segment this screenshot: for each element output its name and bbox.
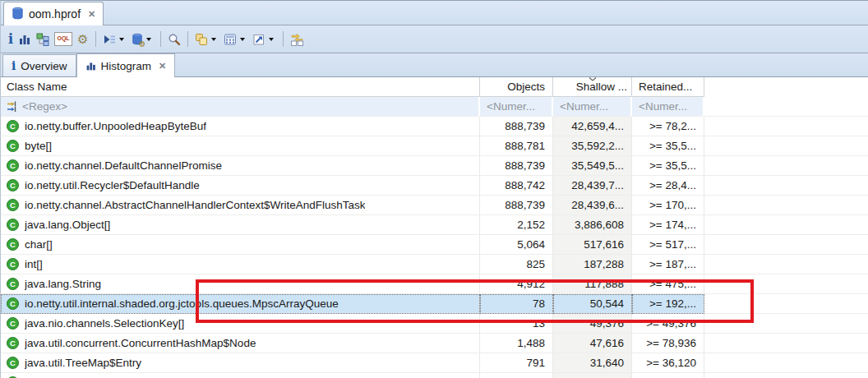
shallow-heap-value: 42,659,4... — [553, 117, 632, 136]
class-name: io.netty.channel.DefaultChannelPromise — [25, 156, 222, 175]
info-icon: i — [8, 33, 13, 46]
retained-heap-value: >= 174,... — [632, 215, 704, 235]
search-icon — [168, 33, 181, 46]
chevron-down-icon[interactable] — [119, 38, 124, 41]
objects-value: 888,742 — [480, 176, 553, 196]
sort-descending-icon — [589, 77, 597, 81]
settings-button[interactable]: ⚙ — [75, 30, 90, 49]
shallow-heap-value — [553, 373, 632, 378]
table-row[interactable]: C java.nio.channels.SelectionKey[] 13 49… — [1, 314, 868, 334]
table-row-partial[interactable]: C java.lang... — [1, 373, 868, 378]
class-name: java.util.TreeMap$Entry — [25, 353, 141, 372]
class-name: java.lang.Object[] — [25, 215, 110, 234]
table-row[interactable]: C java.util.concurrent.ConcurrentHashMap… — [1, 334, 868, 353]
close-icon[interactable]: ✕ — [159, 61, 166, 71]
column-header-shallow[interactable]: Shallow ... — [553, 77, 632, 97]
group-by-button[interactable] — [192, 30, 221, 49]
chevron-down-icon[interactable] — [269, 38, 274, 41]
class-name: java.util.concurrent.ConcurrentHashMap$N… — [25, 334, 256, 353]
table-row[interactable]: C char[] 5,064 517,616 >= 517,... — [1, 235, 868, 255]
objects-value: 888,781 — [480, 136, 553, 156]
class-icon: C — [7, 140, 19, 152]
shallow-heap-value: 31,640 — [553, 353, 632, 373]
tab-overview[interactable]: i Overview — [2, 54, 76, 76]
class-name: byte[] — [25, 136, 52, 155]
class-icon: C — [7, 120, 19, 132]
class-name: java.lang... — [25, 373, 78, 378]
retained-heap-value: >= 78,936 — [632, 334, 704, 353]
toolbar-separator — [187, 31, 188, 47]
query-browser-button[interactable]: ⚙ — [129, 30, 156, 49]
table-row[interactable]: C io.netty.channel.DefaultChannelPromise… — [1, 156, 868, 176]
export-icon — [252, 33, 265, 46]
tab-histogram-label: Histogram — [101, 60, 152, 72]
table-body: C io.netty.buffer.UnpooledHeapByteBuf 88… — [1, 117, 868, 378]
class-icon: C — [7, 238, 19, 251]
shallow-heap-value: 28,439,6... — [553, 196, 632, 215]
search-button[interactable] — [165, 30, 183, 49]
retained-heap-value: >= 78,2... — [632, 117, 704, 136]
regex-filter-input[interactable]: <Regex> — [1, 97, 480, 117]
header-empty-area — [704, 77, 868, 97]
retained-heap-value: >= 517,... — [632, 235, 704, 255]
objects-value — [480, 373, 553, 378]
oql-button[interactable]: OQL — [52, 30, 75, 49]
shallow-filter-input[interactable]: <Numer... — [553, 97, 632, 117]
class-icon: C — [7, 337, 19, 349]
histogram-button[interactable] — [16, 30, 34, 49]
table-row[interactable]: C io.netty.channel.AbstractChannelHandle… — [1, 196, 868, 215]
editor-tab-heapdump[interactable]: oom.hprof ✕ — [3, 2, 104, 25]
table-row[interactable]: C int[] 825 187,288 >= 187,... — [1, 255, 868, 274]
shallow-heap-value: 35,549,5... — [553, 156, 632, 176]
class-name: io.netty.channel.AbstractChannelHandlerC… — [25, 196, 365, 214]
toolbar-separator — [95, 31, 96, 47]
filter-icon — [7, 101, 18, 113]
histogram-table: Class Name Objects Shallow ... Retained.… — [1, 77, 868, 378]
chevron-down-icon[interactable] — [211, 38, 216, 41]
objects-value: 2,152 — [480, 215, 553, 235]
shallow-heap-value: 517,616 — [553, 235, 632, 255]
column-header-class-name[interactable]: Class Name — [1, 77, 480, 97]
table-row[interactable]: C io.netty.util.Recycler$DefaultHandle 8… — [1, 176, 868, 196]
table-row[interactable]: C java.lang.String 4,912 117,888 >= 475,… — [1, 274, 868, 294]
retained-heap-value: >= 187,... — [632, 255, 704, 274]
objects-value: 1,488 — [480, 334, 553, 353]
calculator-button[interactable] — [221, 30, 250, 49]
compare-icon — [290, 33, 304, 46]
info-button[interactable]: i — [6, 30, 16, 49]
chevron-down-icon[interactable] — [146, 38, 151, 41]
table-row[interactable]: C java.util.TreeMap$Entry 791 31,640 >= … — [1, 353, 868, 373]
table-row[interactable]: C io.netty.util.internal.shaded.org.jcto… — [1, 294, 868, 314]
objects-filter-input[interactable]: <Numer... — [480, 97, 553, 117]
table-row[interactable]: C byte[] 888,781 35,592,2... >= 35,5... — [1, 136, 868, 156]
objects-value: 4,912 — [480, 274, 553, 294]
retained-heap-value: >= 36,120 — [632, 353, 704, 373]
retained-filter-input[interactable]: <Numer... — [632, 97, 704, 117]
column-header-retained[interactable]: Retained... — [632, 77, 704, 97]
close-icon[interactable]: ✕ — [88, 9, 95, 20]
table-row[interactable]: C io.netty.buffer.UnpooledHeapByteBuf 88… — [1, 117, 868, 136]
mat-window: oom.hprof ✕ i OQL ⚙ — [0, 0, 868, 378]
export-button[interactable] — [250, 30, 279, 49]
calculator-icon — [224, 33, 237, 46]
tab-histogram[interactable]: Histogram ✕ — [76, 53, 176, 77]
shallow-heap-value: 50,544 — [553, 294, 632, 314]
objects-value: 5,064 — [480, 235, 553, 255]
compare-button[interactable] — [288, 30, 307, 49]
run-expert-tests-button[interactable] — [100, 30, 129, 49]
table-row[interactable]: C java.lang.Object[] 2,152 3,886,608 >= … — [1, 215, 868, 235]
class-name: int[] — [25, 255, 43, 274]
shallow-heap-value: 35,592,2... — [553, 136, 632, 156]
chevron-down-icon[interactable] — [240, 38, 245, 41]
heap-dump-database-icon — [12, 7, 24, 22]
histogram-icon — [85, 61, 96, 71]
class-icon: C — [7, 179, 19, 191]
objects-value: 825 — [480, 255, 553, 274]
dominator-tree-button[interactable] — [34, 30, 52, 49]
dominator-tree-icon — [36, 33, 49, 46]
shallow-heap-value: 47,616 — [553, 334, 632, 353]
query-browser-icon: ⚙ — [132, 33, 143, 45]
shallow-heap-value: 117,888 — [553, 274, 632, 294]
column-header-objects[interactable]: Objects — [480, 77, 553, 97]
objects-value: 888,739 — [480, 196, 553, 215]
